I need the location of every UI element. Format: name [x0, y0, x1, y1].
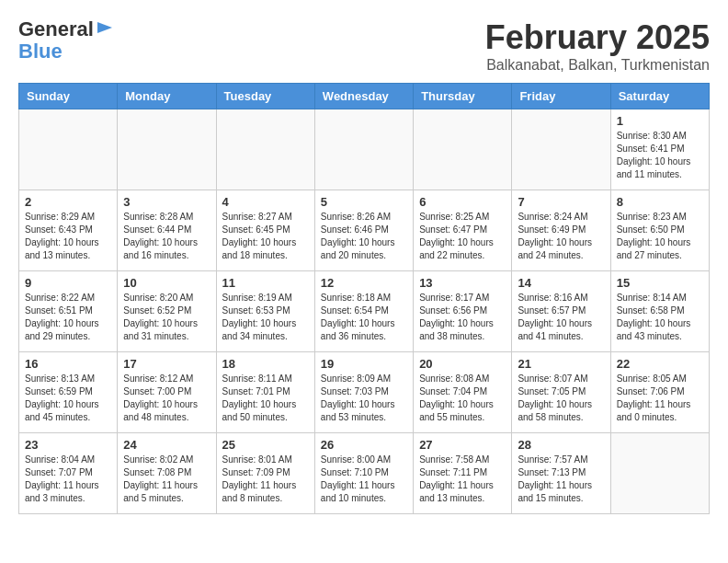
day-info: Sunrise: 8:01 AM Sunset: 7:09 PM Dayligh… — [222, 454, 309, 505]
day-info: Sunrise: 8:13 AM Sunset: 6:59 PM Dayligh… — [25, 373, 111, 424]
calendar-cell: 11Sunrise: 8:19 AM Sunset: 6:53 PM Dayli… — [216, 271, 314, 352]
calendar-cell: 9Sunrise: 8:22 AM Sunset: 6:51 PM Daylig… — [19, 271, 118, 352]
calendar-cell: 28Sunrise: 7:57 AM Sunset: 7:13 PM Dayli… — [512, 433, 610, 514]
calendar-week-row: 9Sunrise: 8:22 AM Sunset: 6:51 PM Daylig… — [19, 271, 710, 352]
calendar-table: SundayMondayTuesdayWednesdayThursdayFrid… — [18, 83, 710, 514]
calendar-cell: 24Sunrise: 8:02 AM Sunset: 7:08 PM Dayli… — [118, 433, 216, 514]
calendar-cell: 5Sunrise: 8:26 AM Sunset: 6:46 PM Daylig… — [314, 190, 413, 271]
calendar-cell — [314, 109, 413, 190]
day-info: Sunrise: 8:30 AM Sunset: 6:41 PM Dayligh… — [617, 130, 703, 181]
day-number: 8 — [617, 195, 703, 209]
weekday-header-thursday: Thursday — [414, 84, 512, 109]
day-info: Sunrise: 7:57 AM Sunset: 7:13 PM Dayligh… — [518, 454, 604, 505]
day-info: Sunrise: 8:23 AM Sunset: 6:50 PM Dayligh… — [617, 211, 703, 262]
calendar-cell — [414, 109, 512, 190]
day-info: Sunrise: 8:27 AM Sunset: 6:45 PM Dayligh… — [222, 211, 309, 262]
day-number: 9 — [25, 276, 111, 290]
weekday-header-wednesday: Wednesday — [314, 84, 413, 109]
day-number: 7 — [518, 195, 604, 209]
day-info: Sunrise: 8:22 AM Sunset: 6:51 PM Dayligh… — [25, 292, 111, 343]
day-info: Sunrise: 8:16 AM Sunset: 6:57 PM Dayligh… — [518, 292, 604, 343]
day-number: 1 — [617, 114, 703, 128]
calendar-cell: 14Sunrise: 8:16 AM Sunset: 6:57 PM Dayli… — [512, 271, 610, 352]
day-number: 3 — [123, 195, 210, 209]
day-number: 19 — [321, 357, 407, 371]
day-number: 25 — [222, 438, 309, 452]
day-info: Sunrise: 8:25 AM Sunset: 6:47 PM Dayligh… — [419, 211, 506, 262]
calendar-cell: 15Sunrise: 8:14 AM Sunset: 6:58 PM Dayli… — [610, 271, 709, 352]
logo-blue-text: Blue — [18, 40, 63, 63]
calendar-week-row: 16Sunrise: 8:13 AM Sunset: 6:59 PM Dayli… — [19, 352, 710, 433]
day-info: Sunrise: 8:24 AM Sunset: 6:49 PM Dayligh… — [518, 211, 604, 262]
calendar-cell: 27Sunrise: 7:58 AM Sunset: 7:11 PM Dayli… — [414, 433, 512, 514]
calendar-cell: 10Sunrise: 8:20 AM Sunset: 6:52 PM Dayli… — [118, 271, 216, 352]
calendar-cell: 19Sunrise: 8:09 AM Sunset: 7:03 PM Dayli… — [314, 352, 413, 433]
day-number: 12 — [321, 276, 407, 290]
page-header: General Blue February 2025 Balkanabat, B… — [18, 18, 710, 74]
calendar-cell: 6Sunrise: 8:25 AM Sunset: 6:47 PM Daylig… — [414, 190, 512, 271]
day-info: Sunrise: 8:02 AM Sunset: 7:08 PM Dayligh… — [123, 454, 210, 505]
calendar-week-row: 1Sunrise: 8:30 AM Sunset: 6:41 PM Daylig… — [19, 109, 710, 190]
day-info: Sunrise: 8:14 AM Sunset: 6:58 PM Dayligh… — [617, 292, 703, 343]
day-number: 16 — [25, 357, 111, 371]
calendar-cell: 23Sunrise: 8:04 AM Sunset: 7:07 PM Dayli… — [19, 433, 118, 514]
weekday-header-friday: Friday — [512, 84, 610, 109]
day-number: 13 — [419, 276, 506, 290]
calendar-cell: 2Sunrise: 8:29 AM Sunset: 6:43 PM Daylig… — [19, 190, 118, 271]
calendar-cell — [118, 109, 216, 190]
day-info: Sunrise: 8:05 AM Sunset: 7:06 PM Dayligh… — [617, 373, 703, 424]
day-number: 18 — [222, 357, 309, 371]
day-info: Sunrise: 8:17 AM Sunset: 6:56 PM Dayligh… — [419, 292, 506, 343]
calendar-cell: 22Sunrise: 8:05 AM Sunset: 7:06 PM Dayli… — [610, 352, 709, 433]
weekday-header-saturday: Saturday — [610, 84, 709, 109]
day-number: 4 — [222, 195, 309, 209]
logo-flag-icon — [96, 20, 114, 39]
day-number: 17 — [123, 357, 210, 371]
calendar-cell: 4Sunrise: 8:27 AM Sunset: 6:45 PM Daylig… — [216, 190, 314, 271]
weekday-header-monday: Monday — [118, 84, 216, 109]
day-info: Sunrise: 8:11 AM Sunset: 7:01 PM Dayligh… — [222, 373, 309, 424]
calendar-cell: 3Sunrise: 8:28 AM Sunset: 6:44 PM Daylig… — [118, 190, 216, 271]
calendar-week-row: 2Sunrise: 8:29 AM Sunset: 6:43 PM Daylig… — [19, 190, 710, 271]
day-info: Sunrise: 8:26 AM Sunset: 6:46 PM Dayligh… — [321, 211, 407, 262]
day-info: Sunrise: 8:28 AM Sunset: 6:44 PM Dayligh… — [123, 211, 210, 262]
calendar-cell: 18Sunrise: 8:11 AM Sunset: 7:01 PM Dayli… — [216, 352, 314, 433]
day-number: 11 — [222, 276, 309, 290]
day-info: Sunrise: 8:07 AM Sunset: 7:05 PM Dayligh… — [518, 373, 604, 424]
weekday-header-tuesday: Tuesday — [216, 84, 314, 109]
day-info: Sunrise: 8:18 AM Sunset: 6:54 PM Dayligh… — [321, 292, 407, 343]
day-number: 24 — [123, 438, 210, 452]
day-info: Sunrise: 8:20 AM Sunset: 6:52 PM Dayligh… — [123, 292, 210, 343]
day-info: Sunrise: 8:04 AM Sunset: 7:07 PM Dayligh… — [25, 454, 111, 505]
title-area: February 2025 Balkanabat, Balkan, Turkme… — [485, 18, 710, 74]
calendar-cell: 21Sunrise: 8:07 AM Sunset: 7:05 PM Dayli… — [512, 352, 610, 433]
calendar-cell: 17Sunrise: 8:12 AM Sunset: 7:00 PM Dayli… — [118, 352, 216, 433]
calendar-header-row: SundayMondayTuesdayWednesdayThursdayFrid… — [19, 84, 710, 109]
day-info: Sunrise: 8:29 AM Sunset: 6:43 PM Dayligh… — [25, 211, 111, 262]
calendar-cell — [512, 109, 610, 190]
calendar-cell — [19, 109, 118, 190]
day-number: 26 — [321, 438, 407, 452]
day-info: Sunrise: 8:12 AM Sunset: 7:00 PM Dayligh… — [123, 373, 210, 424]
logo: General Blue — [18, 18, 114, 63]
calendar-cell: 16Sunrise: 8:13 AM Sunset: 6:59 PM Dayli… — [19, 352, 118, 433]
calendar-cell: 26Sunrise: 8:00 AM Sunset: 7:10 PM Dayli… — [314, 433, 413, 514]
day-number: 5 — [321, 195, 407, 209]
day-number: 14 — [518, 276, 604, 290]
day-info: Sunrise: 7:58 AM Sunset: 7:11 PM Dayligh… — [419, 454, 506, 505]
day-info: Sunrise: 8:19 AM Sunset: 6:53 PM Dayligh… — [222, 292, 309, 343]
day-info: Sunrise: 8:00 AM Sunset: 7:10 PM Dayligh… — [321, 454, 407, 505]
day-number: 22 — [617, 357, 703, 371]
calendar-cell: 1Sunrise: 8:30 AM Sunset: 6:41 PM Daylig… — [610, 109, 709, 190]
day-number: 15 — [617, 276, 703, 290]
calendar-cell: 20Sunrise: 8:08 AM Sunset: 7:04 PM Dayli… — [414, 352, 512, 433]
logo-general-text: General — [18, 18, 94, 40]
day-number: 28 — [518, 438, 604, 452]
calendar-cell — [610, 433, 709, 514]
calendar-cell: 8Sunrise: 8:23 AM Sunset: 6:50 PM Daylig… — [610, 190, 709, 271]
location-title: Balkanabat, Balkan, Turkmenistan — [485, 57, 710, 74]
day-number: 21 — [518, 357, 604, 371]
day-number: 2 — [25, 195, 111, 209]
day-number: 27 — [419, 438, 506, 452]
day-number: 6 — [419, 195, 506, 209]
